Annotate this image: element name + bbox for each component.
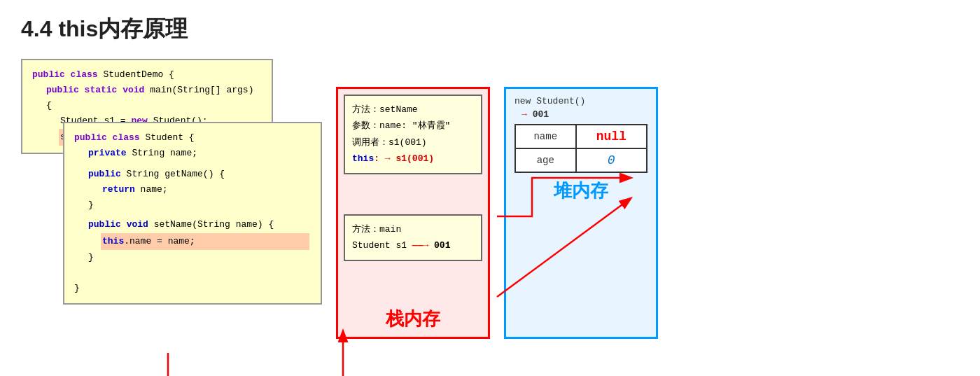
student-code-box: public class Student { private String na… — [63, 122, 322, 305]
stack-setname-this: this: → s1(001) — [352, 151, 474, 167]
stack-memory-area: 方法：setName 参数：name: "林青霞" 调用者：s1(001) th… — [336, 87, 490, 339]
code-inner-line-6: public void setName(String name) { — [74, 217, 311, 232]
code-inner-line-9: } — [74, 281, 311, 296]
heap-field-age-label: age — [515, 148, 576, 172]
stack-frame-main: 方法：main Student s1 ——→ 001 — [344, 214, 482, 261]
stack-setname-caller: 调用者：s1(001) — [352, 134, 474, 151]
heap-memory-area: new Student() → 001 name null age 0 堆内存 — [504, 87, 658, 339]
heap-new-student-label: new Student() — [514, 96, 648, 106]
stack-frame-setname: 方法：setName 参数：name: "林青霞" 调用者：s1(001) th… — [344, 95, 482, 174]
stack-main-method: 方法：main — [352, 221, 474, 237]
stack-main-student: Student s1 ——→ 001 — [352, 237, 474, 253]
code-inner-line-8: } — [88, 250, 311, 265]
heap-field-age-value: 0 — [576, 148, 647, 172]
heap-field-name-row: name null — [515, 125, 647, 148]
code-inner-line-4: return name; — [102, 182, 311, 197]
code-line-2: public static void main(String[] args) { — [46, 83, 262, 113]
heap-label: 堆内存 — [514, 179, 648, 203]
code-inner-line-5: } — [88, 197, 311, 213]
code-inner-line-2: private String name; — [88, 146, 311, 161]
code-inner-line-7-highlighted: this.name = name; — [102, 233, 311, 250]
heap-field-name-label: name — [515, 125, 576, 148]
stack-setname-method: 方法：setName — [352, 102, 474, 118]
stack-label: 栈内存 — [344, 307, 482, 331]
page-title: 4.4 this内存原理 — [21, 14, 959, 45]
code-line-1: public class StudentDemo { — [32, 67, 262, 83]
code-inner-line-1: public class Student { — [74, 130, 311, 146]
heap-field-age-row: age 0 — [515, 148, 647, 172]
stack-setname-param: 参数：name: "林青霞" — [352, 118, 474, 134]
heap-address-label: → 001 — [522, 109, 648, 120]
code-inner-line-3: public String getName() { — [74, 167, 311, 182]
heap-field-name-value: null — [576, 125, 647, 148]
heap-fields-table: name null age 0 — [514, 124, 648, 173]
